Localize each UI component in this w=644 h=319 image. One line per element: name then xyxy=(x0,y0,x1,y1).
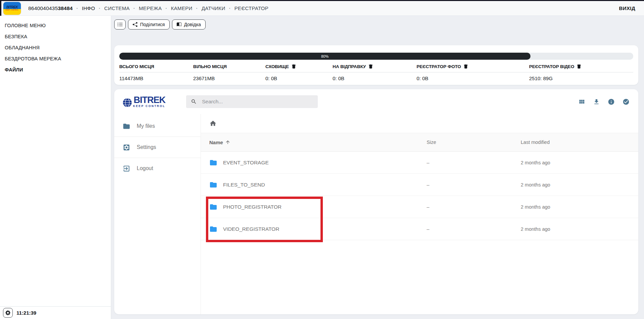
grid-view-icon[interactable] xyxy=(578,98,585,105)
file-manager-content: Name Size Last modified EVENT_STORAGE – … xyxy=(201,114,638,314)
column-header-size[interactable]: Size xyxy=(427,140,521,145)
nav-item-network[interactable]: МЕРЕЖА xyxy=(139,5,171,11)
fm-nav-settings[interactable]: Settings xyxy=(114,139,201,156)
fm-nav-my-files[interactable]: My files xyxy=(114,117,201,135)
file-modified: 2 months ago xyxy=(521,160,638,165)
home-icon[interactable] xyxy=(209,120,217,127)
file-name: EVENT_STORAGE xyxy=(223,160,269,166)
device-time: 11:21:39 xyxy=(16,310,36,316)
sidebar-item-main-menu[interactable]: ГОЛОВНЕ МЕНЮ xyxy=(0,20,111,31)
search-input[interactable] xyxy=(201,98,303,105)
column-header-name[interactable]: Name xyxy=(201,140,427,145)
sidebar-item-security[interactable]: БЕЗПЕКА xyxy=(0,31,111,42)
file-manager-header: BITREK KEEP CONTROL xyxy=(114,89,638,114)
top-bar: BITREK KEEP CONTROL 864004043538484 ІНФО… xyxy=(0,0,644,16)
share-icon xyxy=(133,22,137,27)
list-view-button[interactable] xyxy=(114,19,126,30)
logout-link[interactable]: ВИХІД xyxy=(619,5,635,11)
folder-icon xyxy=(209,225,217,233)
trash-icon[interactable] xyxy=(577,64,581,69)
share-button[interactable]: Поділитися xyxy=(128,19,170,30)
help-button[interactable]: Довідка xyxy=(172,19,206,30)
stat-tosend-label: НА ВІДПРАВКУ xyxy=(333,64,417,69)
file-modified: 2 months ago xyxy=(521,226,638,232)
stats-divider xyxy=(119,72,633,72)
page-toolbar: Поділитися Довідка xyxy=(114,19,638,30)
stat-free-label: ВІЛЬНО МІСЦЯ xyxy=(193,64,265,69)
file-size: – xyxy=(427,204,521,210)
file-size: – xyxy=(427,226,521,232)
storage-progress-track: 80% xyxy=(119,53,633,60)
fm-logo-subtext: KEEP CONTROL xyxy=(133,104,165,108)
settings-icon xyxy=(123,144,130,151)
nav-item-info[interactable]: ІНФО xyxy=(82,5,104,11)
stat-regvideo-label: РЕЄСТРАТОР ВІДЕО xyxy=(529,64,633,69)
info-icon[interactable] xyxy=(608,98,615,105)
sidebar-item-equipment[interactable]: ОБЛАДНАННЯ xyxy=(0,42,111,53)
file-row-video-registrator[interactable]: VIDEO_REGISTRATOR – 2 months ago xyxy=(201,218,638,240)
storage-stats-grid: ВСЬОГО МІСЦЯ ВІЛЬНО МІСЦЯ СХОВИЩЕ НА ВІД… xyxy=(119,64,633,81)
stat-total-value: 114473MB xyxy=(119,75,193,81)
nav-item-cameras[interactable]: КАМЕРИ xyxy=(171,5,202,11)
sidebar-item-wireless-network[interactable]: БЕЗДРОТОВА МЕРЕЖА xyxy=(0,53,111,64)
sidebar-footer: 11:21:39 xyxy=(0,306,111,319)
stat-vault-label: СХОВИЩЕ xyxy=(265,64,333,69)
search-box[interactable] xyxy=(186,95,318,108)
breadcrumb xyxy=(201,114,638,133)
sort-ascending-icon xyxy=(225,140,230,145)
file-manager-nav: My files Settings Logout xyxy=(114,114,201,314)
stat-regphoto-value: 0: 0B xyxy=(417,75,529,81)
folder-icon xyxy=(123,122,130,130)
folder-icon xyxy=(209,181,217,189)
share-button-label: Поділитися xyxy=(140,22,165,27)
logo-text: BITREK xyxy=(6,6,18,9)
file-row-files-to-send[interactable]: FILES_TO_SEND – 2 months ago xyxy=(201,174,638,196)
column-header-modified[interactable]: Last modified xyxy=(521,140,638,145)
sidebar-item-files[interactable]: ФАЙЛИ xyxy=(0,64,111,75)
stat-regphoto-label: РЕЄСТРАТОР ФОТО xyxy=(417,64,529,69)
select-all-check-icon[interactable] xyxy=(622,98,630,105)
file-size: – xyxy=(427,182,521,188)
fm-nav-logout[interactable]: Logout xyxy=(114,160,201,177)
divider xyxy=(114,158,201,158)
folder-icon xyxy=(209,159,217,167)
storage-progress-label: 80% xyxy=(321,54,329,58)
nav-item-sensors[interactable]: ДАТЧИКИ xyxy=(202,5,234,11)
bitrek-logo[interactable]: BITREK KEEP CONTROL xyxy=(122,96,165,108)
stat-tosend-value: 0: 0B xyxy=(333,75,417,81)
trash-icon[interactable] xyxy=(464,64,468,69)
sidebar-menu: ГОЛОВНЕ МЕНЮ БЕЗПЕКА ОБЛАДНАННЯ БЕЗДРОТО… xyxy=(0,16,111,75)
fm-nav-label: Settings xyxy=(137,144,156,150)
trash-icon[interactable] xyxy=(292,64,296,69)
logout-icon xyxy=(123,165,130,172)
fm-nav-label: Logout xyxy=(137,165,153,171)
file-manager-body: My files Settings Logout xyxy=(114,114,638,314)
logo-subtext: KEEP CONTROL xyxy=(6,9,19,11)
window-top-edge xyxy=(0,0,644,1)
bitrek-flag-logo[interactable]: BITREK KEEP CONTROL xyxy=(3,2,21,15)
file-name: PHOTO_REGISTRATOR xyxy=(223,204,282,210)
divider xyxy=(114,137,201,137)
bitrek-device-app: BITREK KEEP CONTROL 864004043538484 ІНФО… xyxy=(0,0,644,319)
file-row-photo-registrator[interactable]: PHOTO_REGISTRATOR – 2 months ago xyxy=(201,196,638,218)
file-size: – xyxy=(427,160,521,165)
nav-item-registrar[interactable]: РЕЄСТРАТОР xyxy=(234,5,268,11)
file-manager-actions xyxy=(578,98,630,105)
storage-stats-card: 80% ВСЬОГО МІСЦЯ ВІЛЬНО МІСЦЯ СХОВИЩЕ НА… xyxy=(114,45,638,85)
nav-item-system[interactable]: СИСТЕМА xyxy=(104,5,139,11)
file-manager-card: BITREK KEEP CONTROL xyxy=(114,89,638,314)
device-id: 864004043538484 xyxy=(28,5,82,11)
stat-regvideo-value: 2510: 89G xyxy=(529,75,633,81)
globe-icon xyxy=(122,98,132,108)
gear-icon xyxy=(5,310,10,315)
fm-logo-text: BITREK xyxy=(134,96,166,104)
file-row-event-storage[interactable]: EVENT_STORAGE – 2 months ago xyxy=(201,152,638,174)
sidebar: ГОЛОВНЕ МЕНЮ БЕЗПЕКА ОБЛАДНАННЯ БЕЗДРОТО… xyxy=(0,16,111,319)
settings-gear-button[interactable] xyxy=(3,308,13,318)
stat-total-label: ВСЬОГО МІСЦЯ xyxy=(119,64,193,69)
trash-icon[interactable] xyxy=(369,64,373,69)
folder-icon xyxy=(209,203,217,211)
file-name: VIDEO_REGISTRATOR xyxy=(223,226,279,232)
storage-progress-fill: 80% xyxy=(119,53,530,60)
download-icon[interactable] xyxy=(593,98,600,105)
